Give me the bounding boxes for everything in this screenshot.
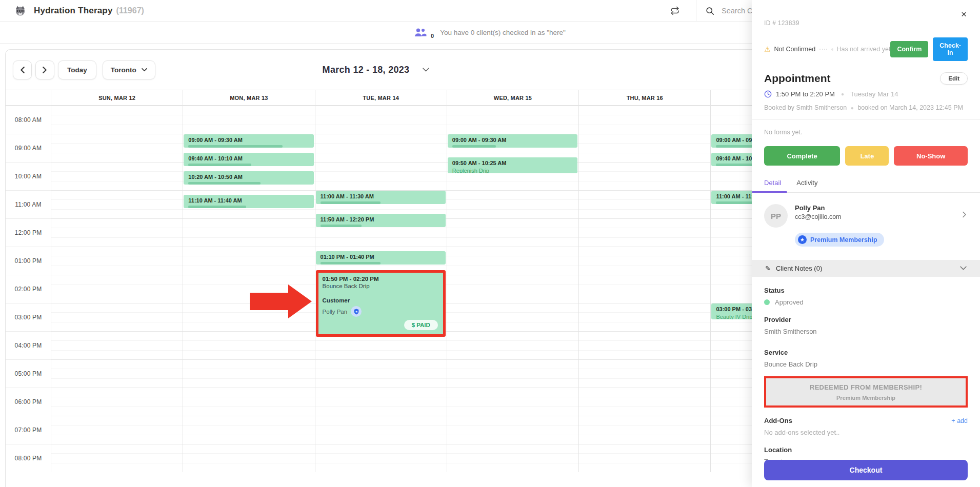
dotted-separator xyxy=(819,49,827,50)
calendar-event[interactable]: 10:20 AM - 10:50 AM xyxy=(184,171,313,185)
divider xyxy=(752,119,980,120)
calendar-event[interactable]: 09:00 AM - 09:30 AM xyxy=(184,134,313,148)
appointment-clock-icon xyxy=(764,90,772,98)
calendar-event[interactable]: 09:50 AM - 10:25 AM Replenish Drip xyxy=(448,157,577,173)
add-addon-link[interactable]: + add xyxy=(951,417,968,424)
late-button[interactable]: Late xyxy=(845,146,889,166)
paid-badge: $ PAID xyxy=(404,320,438,330)
addons-label: Add-Ons xyxy=(764,417,792,424)
chevron-right-icon[interactable] xyxy=(963,211,967,218)
chevron-down-icon[interactable] xyxy=(960,266,967,271)
client-email: cc3@cojilio.com xyxy=(795,213,842,220)
event-clipped-text xyxy=(321,262,381,265)
status-dot-icon xyxy=(764,299,770,305)
service-value: Bounce Back Drip xyxy=(764,360,968,368)
addons-empty-text: No add-ons selected yet.. xyxy=(764,429,968,436)
tab-activity[interactable]: Activity xyxy=(796,179,817,192)
appointment-day: Tuesday Mar 14 xyxy=(850,90,898,98)
calendar-event[interactable]: 11:50 AM - 12:20 PM xyxy=(316,214,446,227)
appointment-time-range: 1:50 PM to 2:20 PM xyxy=(776,90,835,98)
date-range-chevron-icon[interactable] xyxy=(423,68,429,72)
not-confirmed-label: Not Confirmed xyxy=(774,46,816,53)
search-icon xyxy=(706,7,714,15)
calendar-event[interactable]: 11:00 AM - 11:30 AM xyxy=(316,191,446,204)
check-in-button[interactable]: Check-In xyxy=(933,37,968,61)
client-card[interactable]: PP Polly Pan cc3@cojilio.com xyxy=(764,204,968,228)
calendar-event[interactable]: 01:10 PM - 01:40 PM xyxy=(316,251,446,265)
day-header-thu: THU, MAR 16 xyxy=(578,90,710,105)
calendar-event[interactable]: 09:00 AM - 09:30 AM xyxy=(448,134,577,148)
checkout-button[interactable]: Checkout xyxy=(764,460,968,480)
event-clipped-text xyxy=(188,182,261,185)
raccoon-logo-icon xyxy=(14,5,27,17)
refresh-button[interactable] xyxy=(663,6,687,15)
location-label: Location xyxy=(764,446,968,454)
time-axis: 08:00 AM 09:00 AM 10:00 AM 11:00 AM 12:0… xyxy=(6,106,51,472)
app-title-count: (11967) xyxy=(116,6,144,15)
app-title: Hydration Therapy xyxy=(34,6,113,16)
booked-on: booked on March 14, 2023 12:45 PM xyxy=(857,104,963,111)
event-clipped-text xyxy=(321,225,362,227)
client-notes-accordion[interactable]: ✎ Client Notes (0) xyxy=(752,260,980,277)
day-header-sun: SUN, MAR 12 xyxy=(51,90,183,105)
date-range-title: March 12 - 18, 2023 xyxy=(323,65,410,75)
provider-label: Provider xyxy=(764,316,968,323)
panel-title: Appointment xyxy=(764,72,830,85)
appointment-id: ID # 123839 xyxy=(764,19,968,27)
calendar-event[interactable]: 09:40 AM - 10:10 AM xyxy=(184,153,313,166)
day-header-tue: TUE, MAR 14 xyxy=(315,90,447,105)
clients-icon xyxy=(414,28,427,37)
checked-in-count: 0 xyxy=(431,33,434,39)
status-value: Approved xyxy=(775,298,804,306)
refresh-icon xyxy=(670,6,679,15)
tab-detail[interactable]: Detail xyxy=(764,179,781,192)
selected-appointment-event[interactable]: 01:50 PM - 02:20 PM Bounce Back Drip Cus… xyxy=(316,270,446,337)
booked-by: Booked by Smith Smitherson xyxy=(764,104,847,111)
event-clipped-text xyxy=(188,206,246,208)
status-label: Status xyxy=(764,287,968,294)
service-label: Service xyxy=(764,349,968,356)
no-forms-text: No forms yet. xyxy=(764,129,968,136)
event-clipped-text xyxy=(321,201,381,204)
day-column-tue[interactable]: 11:00 AM - 11:30 AM 11:50 AM - 12:20 PM … xyxy=(315,106,447,472)
day-column-sun[interactable] xyxy=(51,106,183,472)
day-header-mon: MON, MAR 13 xyxy=(183,90,314,105)
event-clipped-text xyxy=(188,145,283,148)
banner-text: You have 0 client(s) checked in as "here… xyxy=(440,29,566,36)
redeemed-from-membership-box: REDEEMED FROM MEMBERSHIP! Premium Member… xyxy=(764,376,968,408)
pencil-icon: ✎ xyxy=(765,265,771,272)
avatar: PP xyxy=(764,204,788,228)
appointment-detail-panel: × ID # 123839 ⚠ Not Confirmed Has not ar… xyxy=(752,0,980,487)
calendar-event[interactable]: 11:10 AM - 11:40 AM xyxy=(184,195,313,208)
close-icon[interactable]: × xyxy=(961,9,967,19)
confirm-button[interactable]: Confirm xyxy=(890,41,928,57)
complete-button[interactable]: Complete xyxy=(764,146,840,166)
event-clipped-text xyxy=(188,164,251,166)
membership-shield-icon: ★ xyxy=(798,235,807,244)
provider-value: Smith Smitherson xyxy=(764,328,968,335)
day-column-wed[interactable]: 09:00 AM - 09:30 AM 09:50 AM - 10:25 AM … xyxy=(447,106,578,472)
svg-text:★: ★ xyxy=(355,310,357,313)
no-show-button[interactable]: No-Show xyxy=(894,146,968,166)
membership-badge: ★ Premium Membership xyxy=(795,233,884,247)
warning-icon: ⚠ xyxy=(764,45,771,53)
edit-button[interactable]: Edit xyxy=(940,72,968,85)
topbar-divider xyxy=(696,0,696,22)
client-name: Polly Pan xyxy=(795,204,842,212)
event-clipped-text xyxy=(452,145,496,148)
day-header-wed: WED, MAR 15 xyxy=(447,90,578,105)
not-arrived-label: Has not arrived yet xyxy=(836,46,890,53)
clock-icon xyxy=(831,46,833,53)
day-column-thu[interactable] xyxy=(578,106,710,472)
event-customer-name: Polly Pan xyxy=(323,309,348,315)
membership-shield-icon: ★ xyxy=(351,306,362,317)
